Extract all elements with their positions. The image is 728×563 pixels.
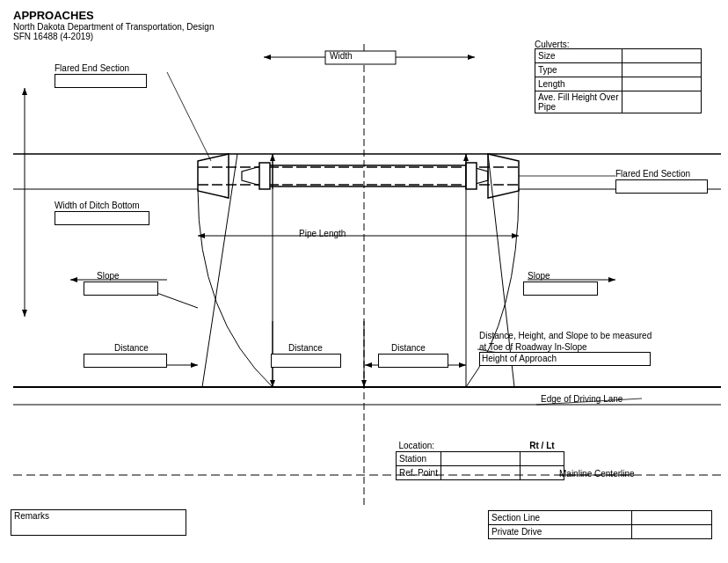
width-ditch-bottom-label: Width of Ditch Bottom bbox=[55, 201, 140, 210]
station-label: Station bbox=[397, 452, 441, 466]
culverts-size-label: Size bbox=[535, 49, 622, 63]
culverts-fill-row: Ave. Fill Height Over Pipe bbox=[535, 91, 702, 113]
svg-marker-51 bbox=[463, 154, 469, 161]
distance-mid2-field[interactable] bbox=[378, 354, 448, 368]
distance-left-field[interactable] bbox=[84, 354, 167, 368]
height-of-approach-label: Height of Approach bbox=[480, 354, 557, 363]
location-spacer bbox=[440, 440, 520, 452]
station-rt-lt[interactable] bbox=[520, 452, 564, 466]
mainline-centerline-label: Mainline Centerline bbox=[559, 469, 635, 479]
slope-left-field[interactable] bbox=[84, 282, 158, 296]
height-of-approach-field[interactable]: Height of Approach bbox=[479, 352, 651, 366]
station-row: Station bbox=[397, 452, 564, 466]
svg-marker-23 bbox=[468, 55, 475, 60]
culverts-length-value[interactable] bbox=[622, 77, 702, 91]
slope-right-field[interactable] bbox=[523, 282, 598, 296]
flared-end-right-label: Flared End Section bbox=[615, 169, 690, 179]
location-header-row: Location: Rt / Lt bbox=[397, 440, 564, 452]
legend-table: Section Line Private Drive bbox=[488, 510, 712, 539]
culverts-type-label: Type bbox=[535, 63, 622, 77]
section-line-value[interactable] bbox=[631, 511, 711, 525]
width-ditch-bottom-field[interactable] bbox=[55, 211, 149, 225]
svg-marker-15 bbox=[198, 154, 229, 198]
svg-marker-39 bbox=[365, 362, 372, 368]
station-value[interactable] bbox=[440, 452, 520, 466]
culverts-table: Size Type Length Ave. Fill Height Over P… bbox=[535, 48, 702, 113]
distance-left-label: Distance bbox=[114, 343, 149, 353]
page: APPROACHES North Dakota Department of Tr… bbox=[0, 0, 728, 563]
svg-line-53 bbox=[167, 72, 211, 161]
flared-end-left-label: Flared End Section bbox=[55, 63, 129, 73]
distance-height-slope-label: Distance, Height, and Slope to be measur… bbox=[479, 330, 659, 342]
culverts-size-value[interactable] bbox=[622, 49, 702, 63]
distance-mid2-label: Distance bbox=[391, 343, 426, 353]
culverts-type-value[interactable] bbox=[622, 63, 702, 77]
slope-right-label: Slope bbox=[528, 271, 550, 281]
svg-rect-20 bbox=[466, 163, 477, 189]
rt-lt-header: Rt / Lt bbox=[520, 440, 564, 452]
culverts-type-row: Type bbox=[535, 63, 702, 77]
remarks-label: Remarks bbox=[14, 511, 49, 521]
width-label: Width bbox=[330, 51, 353, 61]
svg-marker-45 bbox=[270, 380, 275, 387]
flared-end-left-field[interactable] bbox=[55, 74, 147, 88]
remarks-section: Remarks bbox=[11, 509, 186, 536]
culverts-fill-value[interactable] bbox=[622, 91, 702, 113]
section-line-row: Section Line bbox=[489, 511, 712, 525]
distance-mid1-label: Distance bbox=[288, 343, 323, 353]
culverts-fill-label: Ave. Fill Height Over Pipe bbox=[535, 91, 622, 113]
ref-point-row: Ref. Point bbox=[397, 466, 564, 480]
ref-point-value[interactable] bbox=[440, 466, 520, 480]
svg-rect-19 bbox=[259, 163, 270, 189]
svg-marker-33 bbox=[191, 362, 198, 368]
svg-marker-27 bbox=[512, 233, 519, 238]
private-drive-label: Private Drive bbox=[489, 525, 632, 539]
ref-point-rt-lt[interactable] bbox=[520, 466, 564, 480]
svg-marker-43 bbox=[22, 310, 27, 317]
svg-marker-49 bbox=[270, 154, 275, 161]
distance-mid1-field[interactable] bbox=[271, 354, 341, 368]
location-table: Location: Rt / Lt Station Ref. Point bbox=[396, 440, 564, 480]
ref-point-label: Ref. Point bbox=[397, 466, 441, 480]
svg-marker-26 bbox=[198, 233, 205, 238]
section-line-label: Section Line bbox=[489, 511, 632, 525]
svg-marker-29 bbox=[70, 277, 77, 282]
flared-end-right-field[interactable] bbox=[615, 179, 708, 194]
location-section: Location: Rt / Lt Station Ref. Point bbox=[396, 440, 564, 480]
svg-marker-42 bbox=[22, 88, 27, 95]
svg-marker-47 bbox=[361, 380, 367, 387]
culverts-length-row: Length bbox=[535, 77, 702, 91]
svg-marker-22 bbox=[264, 55, 271, 60]
culverts-length-label: Length bbox=[535, 77, 622, 91]
private-drive-value[interactable] bbox=[631, 525, 711, 539]
svg-marker-31 bbox=[608, 277, 615, 282]
pipe-length-label: Pipe Length bbox=[299, 229, 346, 238]
svg-marker-40 bbox=[459, 362, 466, 368]
slope-left-label: Slope bbox=[97, 271, 120, 281]
culverts-size-row: Size bbox=[535, 49, 702, 63]
toe-roadway-label: at Toe of Roadway In-Slope bbox=[479, 342, 587, 352]
edge-driving-lane-label: Edge of Driving Lane bbox=[541, 394, 622, 404]
private-drive-row: Private Drive bbox=[489, 525, 712, 539]
location-label: Location: bbox=[397, 440, 441, 452]
svg-line-7 bbox=[202, 154, 237, 387]
